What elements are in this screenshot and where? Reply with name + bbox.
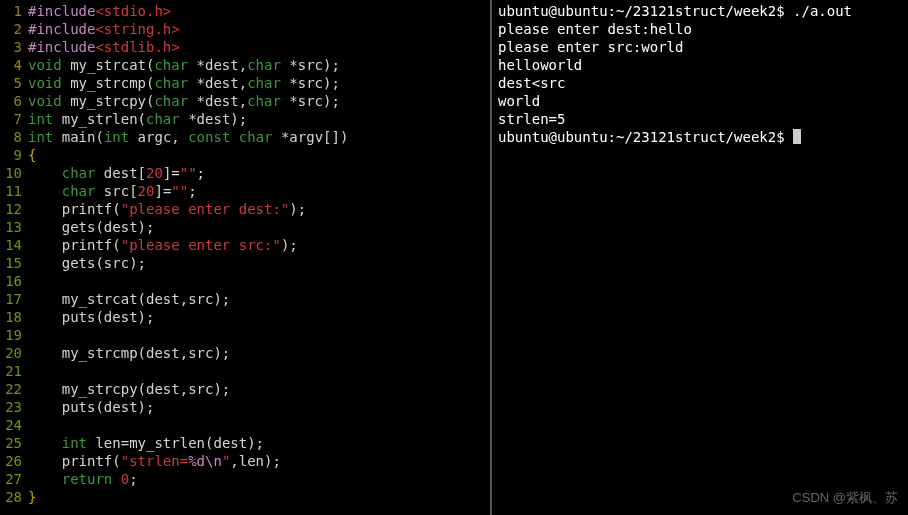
line-number: 26 <box>0 452 28 470</box>
code-line[interactable]: 9{ <box>0 146 490 164</box>
line-number: 17 <box>0 290 28 308</box>
terminal-command: ./a.out <box>793 3 852 19</box>
code-line[interactable]: 24 <box>0 416 490 434</box>
code-content: puts(dest); <box>28 308 154 326</box>
code-line[interactable]: 6void my_strcpy(char *dest,char *src); <box>0 92 490 110</box>
code-content: } <box>28 488 36 506</box>
terminal-pane[interactable]: ubuntu@ubuntu:~/23121struct/week2$ ./a.o… <box>492 0 908 515</box>
code-line[interactable]: 28} <box>0 488 490 506</box>
code-content: #include<stdlib.h> <box>28 38 180 56</box>
line-number: 13 <box>0 218 28 236</box>
code-content: return 0; <box>28 470 138 488</box>
code-line[interactable]: 19 <box>0 326 490 344</box>
line-number: 16 <box>0 272 28 290</box>
code-line[interactable]: 5void my_strcmp(char *dest,char *src); <box>0 74 490 92</box>
line-number: 3 <box>0 38 28 56</box>
code-content: int len=my_strlen(dest); <box>28 434 264 452</box>
line-number: 7 <box>0 110 28 128</box>
code-content: my_strcpy(dest,src); <box>28 380 230 398</box>
code-line[interactable]: 8int main(int argc, const char *argv[]) <box>0 128 490 146</box>
line-number: 25 <box>0 434 28 452</box>
terminal-output: world <box>498 92 902 110</box>
code-content: #include<string.h> <box>28 20 180 38</box>
code-line[interactable]: 3#include<stdlib.h> <box>0 38 490 56</box>
prompt-user: ubuntu@ubuntu: <box>498 129 616 145</box>
code-line[interactable]: 18 puts(dest); <box>0 308 490 326</box>
code-content: void my_strcpy(char *dest,char *src); <box>28 92 340 110</box>
code-content: void my_strcmp(char *dest,char *src); <box>28 74 340 92</box>
code-line[interactable]: 1#include<stdio.h> <box>0 2 490 20</box>
code-line[interactable]: 13 gets(dest); <box>0 218 490 236</box>
line-number: 11 <box>0 182 28 200</box>
terminal-output: strlen=5 <box>498 110 902 128</box>
code-line[interactable]: 22 my_strcpy(dest,src); <box>0 380 490 398</box>
terminal-output: helloworld <box>498 56 902 74</box>
code-content: printf("strlen=%d\n",len); <box>28 452 281 470</box>
code-content: char dest[20]=""; <box>28 164 205 182</box>
terminal-output: please enter dest:hello <box>498 20 902 38</box>
terminal-line[interactable]: ubuntu@ubuntu:~/23121struct/week2$ <box>498 128 902 146</box>
line-number: 8 <box>0 128 28 146</box>
line-number: 22 <box>0 380 28 398</box>
line-number: 23 <box>0 398 28 416</box>
line-number: 20 <box>0 344 28 362</box>
code-content: gets(dest); <box>28 218 154 236</box>
terminal-line: ubuntu@ubuntu:~/23121struct/week2$ ./a.o… <box>498 2 902 20</box>
line-number: 15 <box>0 254 28 272</box>
code-line[interactable]: 7int my_strlen(char *dest); <box>0 110 490 128</box>
code-line[interactable]: 20 my_strcmp(dest,src); <box>0 344 490 362</box>
code-line[interactable]: 26 printf("strlen=%d\n",len); <box>0 452 490 470</box>
line-number: 9 <box>0 146 28 164</box>
code-content: int main(int argc, const char *argv[]) <box>28 128 348 146</box>
code-content: void my_strcat(char *dest,char *src); <box>28 56 340 74</box>
code-line[interactable]: 15 gets(src); <box>0 254 490 272</box>
code-content: char src[20]=""; <box>28 182 197 200</box>
code-line[interactable]: 21 <box>0 362 490 380</box>
line-number: 27 <box>0 470 28 488</box>
line-number: 24 <box>0 416 28 434</box>
line-number: 12 <box>0 200 28 218</box>
code-line[interactable]: 27 return 0; <box>0 470 490 488</box>
line-number: 18 <box>0 308 28 326</box>
terminal-output: please enter src:world <box>498 38 902 56</box>
code-line[interactable]: 14 printf("please enter src:"); <box>0 236 490 254</box>
line-number: 2 <box>0 20 28 38</box>
code-line[interactable]: 23 puts(dest); <box>0 398 490 416</box>
watermark-text: CSDN @紫枫、苏 <box>792 489 898 507</box>
code-line[interactable]: 16 <box>0 272 490 290</box>
code-line[interactable]: 17 my_strcat(dest,src); <box>0 290 490 308</box>
code-line[interactable]: 11 char src[20]=""; <box>0 182 490 200</box>
code-line[interactable]: 4void my_strcat(char *dest,char *src); <box>0 56 490 74</box>
line-number: 5 <box>0 74 28 92</box>
code-line[interactable]: 25 int len=my_strlen(dest); <box>0 434 490 452</box>
line-number: 4 <box>0 56 28 74</box>
code-content: printf("please enter src:"); <box>28 236 298 254</box>
code-line[interactable]: 10 char dest[20]=""; <box>0 164 490 182</box>
code-content: puts(dest); <box>28 398 154 416</box>
code-content: int my_strlen(char *dest); <box>28 110 247 128</box>
code-content: printf("please enter dest:"); <box>28 200 306 218</box>
code-editor-pane[interactable]: 1#include<stdio.h>2#include<string.h>3#i… <box>0 0 490 515</box>
prompt-path: ~/23121struct/week2 <box>616 129 776 145</box>
code-content: my_strcat(dest,src); <box>28 290 230 308</box>
code-line[interactable]: 12 printf("please enter dest:"); <box>0 200 490 218</box>
cursor-icon <box>793 129 801 144</box>
code-content: gets(src); <box>28 254 146 272</box>
line-number: 1 <box>0 2 28 20</box>
prompt-sep: $ <box>776 3 793 19</box>
code-content: #include<stdio.h> <box>28 2 171 20</box>
line-number: 14 <box>0 236 28 254</box>
line-number: 10 <box>0 164 28 182</box>
line-number: 19 <box>0 326 28 344</box>
code-content: { <box>28 146 36 164</box>
line-number: 28 <box>0 488 28 506</box>
code-line[interactable]: 2#include<string.h> <box>0 20 490 38</box>
prompt-path: ~/23121struct/week2 <box>616 3 776 19</box>
code-content: my_strcmp(dest,src); <box>28 344 230 362</box>
prompt-user: ubuntu@ubuntu: <box>498 3 616 19</box>
prompt-sep: $ <box>776 129 793 145</box>
line-number: 6 <box>0 92 28 110</box>
terminal-output: dest<src <box>498 74 902 92</box>
line-number: 21 <box>0 362 28 380</box>
